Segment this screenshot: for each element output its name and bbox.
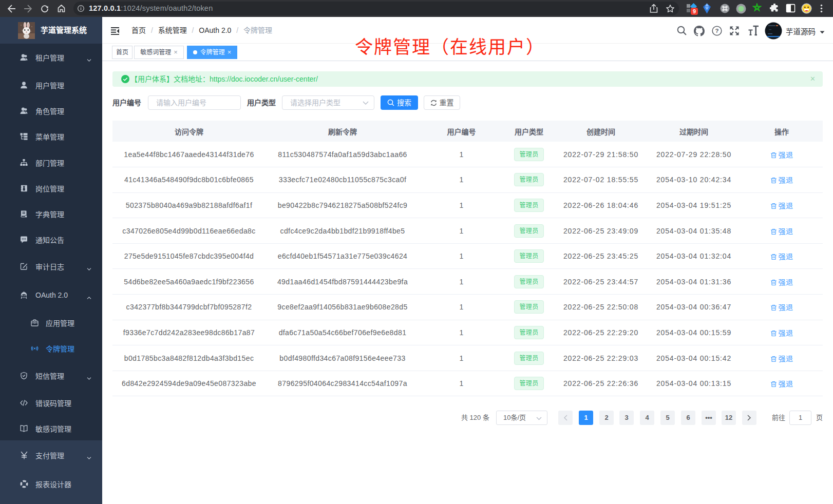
svg-text:9: 9 (693, 8, 696, 14)
svg-text:?: ? (715, 28, 718, 34)
